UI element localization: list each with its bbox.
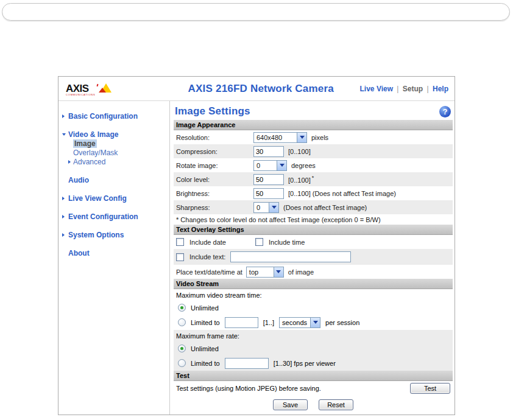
include-text-checkbox[interactable]: [176, 253, 184, 261]
expand-arrow-icon: [62, 233, 68, 237]
place-text-suffix: of image: [288, 268, 314, 276]
compression-input[interactable]: [253, 146, 284, 157]
expand-arrow-icon: [62, 197, 68, 200]
chevron-down-icon: [274, 267, 283, 277]
reset-button[interactable]: Reset: [319, 399, 353, 410]
stream-time-unit-select[interactable]: seconds: [279, 317, 320, 328]
nav-help-link[interactable]: Help: [433, 85, 448, 93]
sidebar-item-advanced[interactable]: Advanced: [68, 157, 169, 166]
save-button[interactable]: Save: [273, 399, 308, 410]
test-button[interactable]: Test: [410, 383, 450, 394]
brightness-input[interactable]: [253, 188, 284, 199]
frame-rate-input[interactable]: [225, 358, 269, 369]
sidebar-item-label: System Options: [68, 231, 124, 239]
include-text-label: Include text:: [189, 253, 225, 261]
logo-triangle-icon: [99, 83, 112, 94]
max-frame-rate-block: Maximum frame rate: Unlimited Limited to…: [174, 330, 453, 371]
footnote-asterisk: *: [312, 175, 314, 181]
row-frame-unlimited: Unlimited: [174, 341, 453, 355]
stream-limited-radio[interactable]: [178, 318, 186, 326]
compression-range: [0..100]: [288, 148, 311, 155]
help-icon[interactable]: ?: [439, 106, 451, 117]
expand-arrow-icon: [62, 215, 68, 219]
row-resolution: Resolution: 640x480 pixels: [174, 130, 453, 144]
nav-separator: |: [395, 85, 400, 93]
section-header-test: Test: [174, 371, 453, 381]
chevron-down-icon: [269, 203, 278, 212]
color-level-input[interactable]: [253, 174, 284, 185]
sidebar-item-live-view-config[interactable]: Live View Config: [58, 194, 169, 203]
resolution-select[interactable]: 640x480: [253, 132, 307, 143]
sidebar-item-audio[interactable]: Audio: [58, 175, 169, 184]
sidebar-item-event-configuration[interactable]: Event Configuration: [58, 212, 169, 221]
frame-limited-radio[interactable]: [178, 359, 186, 367]
include-time-label: Include time: [269, 239, 305, 246]
sharpness-suffix: (Does not affect Test image): [283, 204, 367, 211]
row-test: Test settings (using Motion JPEG) before…: [174, 381, 453, 396]
sidebar-item-label: Video & Image: [68, 130, 118, 139]
logo-sub-text: COMMUNICATIONS: [66, 93, 96, 96]
max-frame-rate-label: Maximum frame rate:: [174, 330, 453, 341]
expand-arrow-icon: [62, 114, 68, 118]
row-place-text: Place text/date/time at top of image: [174, 265, 453, 279]
stream-limited-label: Limited to: [191, 319, 220, 326]
include-text-input[interactable]: [230, 251, 351, 262]
include-date-checkbox[interactable]: [176, 238, 184, 246]
sidebar-item-label: Overlay/Mask: [73, 149, 118, 157]
stream-time-range: [1..]: [263, 319, 274, 326]
include-time-checkbox[interactable]: [255, 238, 263, 246]
place-text-select[interactable]: top: [246, 267, 284, 278]
frame-unlimited-radio[interactable]: [178, 345, 186, 352]
sidebar: Basic Configuration Video & Image Image …: [58, 101, 170, 415]
nav-separator: |: [425, 85, 431, 93]
sharpness-label: Sharpness:: [176, 204, 253, 211]
row-color-level: Color level: [0..100]*: [174, 172, 453, 186]
sidebar-item-video-image[interactable]: Video & Image: [58, 130, 169, 139]
sidebar-item-overlay-mask[interactable]: Overlay/Mask: [73, 148, 169, 157]
row-compression: Compression: [0..100]: [174, 144, 453, 158]
sidebar-item-basic-configuration[interactable]: Basic Configuration: [58, 111, 169, 121]
color-level-footnote: * Changes to color level do not affect T…: [174, 214, 453, 225]
row-frame-limited: Limited to [1..30] fps per viewer: [174, 355, 453, 371]
nav-setup-link[interactable]: Setup: [403, 85, 423, 93]
app-window: AXIS COMMUNICATIONS AXIS 216FD Network C…: [58, 76, 455, 415]
max-stream-time-label: Maximum video stream time:: [174, 289, 453, 301]
brightness-label: Brightness:: [176, 190, 253, 197]
chevron-down-icon: [310, 318, 320, 327]
chevron-down-icon: [277, 161, 286, 170]
sidebar-item-label: Audio: [68, 176, 89, 184]
app-header: AXIS COMMUNICATIONS AXIS 216FD Network C…: [58, 77, 455, 101]
sidebar-item-image[interactable]: Image: [73, 139, 169, 148]
chevron-down-icon: [297, 133, 306, 142]
logo-brand-text: AXIS: [66, 84, 96, 93]
section-header-text-overlay: Text Overlay Settings: [174, 225, 453, 235]
stream-unlimited-radio[interactable]: [178, 304, 186, 312]
stream-time-input[interactable]: [225, 317, 258, 328]
test-description: Test settings (using Motion JPEG) before…: [176, 385, 321, 392]
sharpness-select[interactable]: 0: [253, 202, 279, 213]
rotate-select[interactable]: 0: [253, 160, 287, 171]
rotate-suffix: degrees: [291, 162, 316, 169]
include-date-label: Include date: [189, 239, 226, 246]
sidebar-item-label: About: [68, 249, 90, 257]
browser-address-bar[interactable]: [2, 3, 510, 21]
row-rotate-image: Rotate image: 0 degrees: [174, 158, 453, 172]
row-save-reset: Save Reset: [174, 396, 453, 414]
frame-unlimited-label: Unlimited: [191, 345, 219, 352]
sidebar-item-about[interactable]: About: [58, 248, 169, 257]
nav-live-view-link[interactable]: Live View: [360, 85, 393, 93]
stream-unlimited-label: Unlimited: [191, 304, 219, 312]
section-header-image-appearance: Image Appearance: [174, 120, 453, 130]
resolution-label: Resolution:: [176, 134, 253, 141]
frame-rate-suffix: [1..30] fps per viewer: [274, 360, 336, 367]
sidebar-item-label: Event Configuration: [68, 212, 138, 221]
sidebar-item-label-active: Image: [73, 139, 97, 148]
top-nav: Live View | Setup | Help: [360, 85, 455, 93]
row-sharpness: Sharpness: 0 (Does not affect Test image…: [174, 200, 453, 214]
frame-limited-label: Limited to: [191, 360, 220, 367]
axis-logo: AXIS COMMUNICATIONS: [58, 82, 162, 96]
sidebar-item-label: Live View Config: [68, 194, 127, 203]
color-level-range: [0..100]*: [288, 175, 314, 184]
sidebar-item-system-options[interactable]: System Options: [58, 230, 169, 239]
sidebar-item-label: Basic Configuration: [68, 112, 138, 121]
